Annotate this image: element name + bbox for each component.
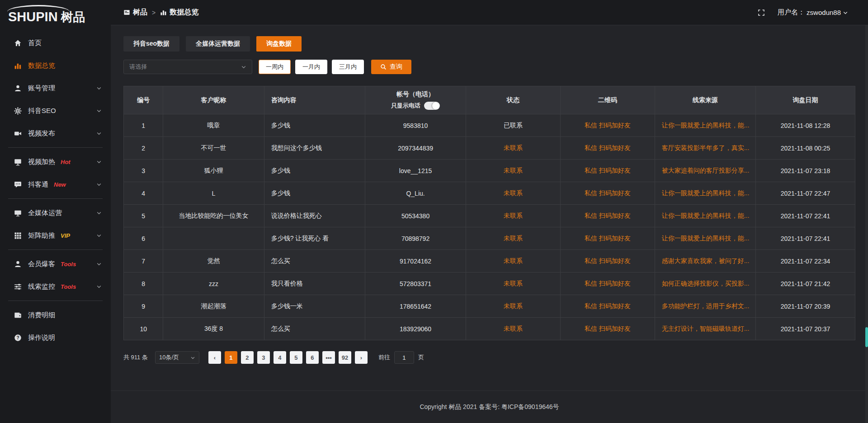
sidebar-item-video-heating[interactable]: 视频加热 Hot — [0, 150, 111, 173]
qr-links[interactable]: 私信 扫码加好友 — [560, 182, 655, 205]
cell-date: 2021-11-07 20:39 — [755, 295, 855, 318]
col-account: 帐号（电话） 只显示电话 — [365, 86, 466, 114]
tab-douyin-seo-data[interactable]: 抖音seo数据 — [123, 36, 179, 52]
status-badge: 未联系 — [466, 318, 561, 340]
page-button-2[interactable]: 2 — [241, 351, 254, 364]
source-link[interactable]: 如何正确选择投影仪，买投影... — [655, 273, 755, 295]
qr-links[interactable]: 私信 扫码加好友 — [560, 137, 655, 160]
vip-badge: VIP — [61, 232, 70, 239]
more-pages-button[interactable]: ••• — [322, 351, 335, 364]
source-link[interactable]: 感谢大家喜欢我家，被问了好... — [655, 250, 755, 273]
sidebar-item-matrix-boost[interactable]: 矩阵助推 VIP — [0, 224, 111, 247]
phone-only-toggle[interactable] — [424, 102, 440, 110]
cell-id: 4 — [124, 182, 163, 205]
qr-links[interactable]: 私信 扫码加好友 — [560, 273, 655, 295]
search-button-label: 查询 — [390, 63, 402, 71]
period-one-week-button[interactable]: 一周内 — [259, 60, 291, 74]
cell-date: 2021-11-07 21:42 — [755, 273, 855, 295]
fullscreen-icon[interactable] — [758, 9, 765, 16]
source-link[interactable]: 多功能护栏灯，适用于乡村文... — [655, 295, 755, 318]
qr-links[interactable]: 私信 扫码加好友 — [560, 114, 655, 137]
source-link[interactable]: 让你一眼就爱上的黑科技，能... — [655, 227, 755, 250]
breadcrumb-home[interactable]: 树品 — [123, 8, 147, 17]
page-button-3[interactable]: 3 — [257, 351, 270, 364]
chevron-down-icon — [96, 233, 102, 238]
col-date: 询盘日期 — [755, 86, 855, 114]
cell-content: 我只看价格 — [264, 273, 365, 295]
qr-links[interactable]: 私信 扫码加好友 — [560, 318, 655, 340]
qr-links[interactable]: 私信 扫码加好友 — [560, 295, 655, 318]
cell-nickname: 哦章 — [163, 114, 264, 137]
cell-content: 说说价格让我死心 — [264, 205, 365, 227]
status-badge: 未联系 — [466, 182, 561, 205]
next-page-button[interactable]: › — [355, 351, 368, 364]
period-one-month-button[interactable]: 一月内 — [295, 60, 327, 74]
chat-icon — [14, 180, 22, 188]
sidebar-item-douketong[interactable]: 抖客通 New — [0, 173, 111, 196]
sidebar: SHUPIN 树品 首页 数据总览 账号管理 — [0, 0, 111, 423]
sidebar-item-account-management[interactable]: 账号管理 — [0, 77, 111, 99]
scrollbar-track[interactable] — [865, 25, 868, 423]
sidebar-item-spending-details[interactable]: 消费明细 — [0, 304, 111, 326]
sidebar-item-label: 视频发布 — [28, 129, 55, 138]
sidebar-item-omnimedia[interactable]: 全媒体运营 — [0, 202, 111, 224]
logo-text-cn: 树品 — [61, 11, 85, 24]
cell-date: 2021-11-08 00:25 — [755, 137, 855, 160]
sidebar-item-lead-monitor[interactable]: 线索监控 Tools — [0, 275, 111, 298]
member-icon — [14, 260, 22, 268]
page-button-92[interactable]: 92 — [339, 351, 351, 364]
page-button-6[interactable]: 6 — [306, 351, 319, 364]
cell-account: 70898792 — [365, 227, 466, 250]
source-link[interactable]: 让你一眼就爱上的黑科技，能... — [655, 205, 755, 227]
search-button[interactable]: 查询 — [371, 60, 411, 74]
prev-page-button[interactable]: ‹ — [208, 351, 221, 364]
page-button-5[interactable]: 5 — [290, 351, 302, 364]
cell-nickname — [163, 227, 264, 250]
sidebar-item-data-overview[interactable]: 数据总览 — [0, 54, 111, 77]
page-size-select[interactable]: 10条/页 — [155, 351, 199, 364]
source-link[interactable]: 让你一眼就爱上的黑科技，能... — [655, 182, 755, 205]
sidebar-item-label: 抖音SEO — [28, 107, 56, 115]
sidebar-item-home[interactable]: 首页 — [0, 32, 111, 54]
source-link[interactable]: 被大家追着问的客厅投影分享... — [655, 160, 755, 182]
cell-id: 7 — [124, 250, 163, 273]
filter-select[interactable]: 请选择 — [123, 60, 252, 74]
col-status: 状态 — [466, 86, 561, 114]
cell-nickname: 狐小狸 — [163, 160, 264, 182]
qr-links[interactable]: 私信 扫码加好友 — [560, 250, 655, 273]
source-link[interactable]: 客厅安装投影半年多了，真实... — [655, 137, 755, 160]
page-button-4[interactable]: 4 — [274, 351, 286, 364]
cell-content: 多少钱 — [264, 160, 365, 182]
tab-omnimedia-data[interactable]: 全媒体运营数据 — [186, 36, 250, 52]
tab-inquiry-data[interactable]: 询盘数据 — [256, 36, 302, 52]
cell-content: 多少钱 — [264, 114, 365, 137]
cell-content: 我想问这个多少钱 — [264, 137, 365, 160]
grid-icon — [14, 231, 22, 240]
period-three-months-button[interactable]: 三月内 — [332, 60, 364, 74]
sidebar-item-member-burst[interactable]: 会员爆客 Tools — [0, 253, 111, 275]
qr-links[interactable]: 私信 扫码加好友 — [560, 227, 655, 250]
col-account-title: 帐号（电话） — [365, 90, 466, 99]
username-dropdown[interactable]: 用户名： zswodun88 — [778, 8, 848, 17]
qr-links[interactable]: 私信 扫码加好友 — [560, 160, 655, 182]
source-link[interactable]: 让你一眼就爱上的黑科技，能... — [655, 114, 755, 137]
page-button-1[interactable]: 1 — [225, 351, 237, 364]
status-badge: 未联系 — [466, 273, 561, 295]
breadcrumb-current[interactable]: 数据总览 — [160, 8, 198, 17]
chevron-down-icon — [241, 64, 246, 70]
cell-nickname: zzz — [163, 273, 264, 295]
source-link[interactable]: 无主灯设计，智能磁吸轨道灯... — [655, 318, 755, 340]
cell-account: 2097344839 — [365, 137, 466, 160]
sidebar-item-video-publish[interactable]: 视频发布 — [0, 122, 111, 145]
sidebar-item-instructions[interactable]: ? 操作说明 — [0, 326, 111, 349]
cell-content: 怎么买 — [264, 250, 365, 273]
status-badge: 未联系 — [466, 250, 561, 273]
scrollbar-thumb[interactable] — [865, 327, 868, 347]
video-icon — [14, 129, 22, 137]
qr-links[interactable]: 私信 扫码加好友 — [560, 205, 655, 227]
cell-date: 2021-11-07 20:37 — [755, 318, 855, 340]
bar-chart-icon — [14, 61, 22, 70]
goto-page-input[interactable] — [394, 351, 414, 364]
sidebar-item-douyin-seo[interactable]: 抖音SEO — [0, 99, 111, 122]
sidebar-item-label: 会员爆客 — [28, 260, 55, 268]
